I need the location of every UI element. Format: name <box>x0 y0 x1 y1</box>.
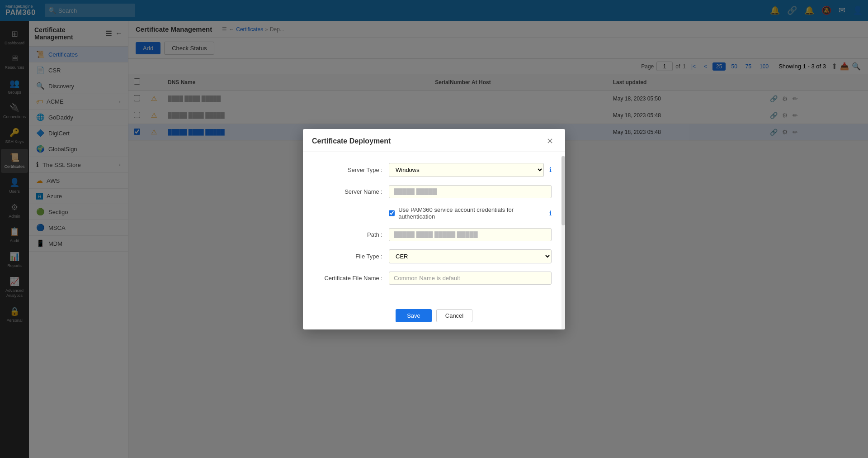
cert-file-name-input[interactable] <box>389 272 552 285</box>
cert-file-name-row: Certificate File Name : <box>316 272 552 285</box>
modal-title: Certificate Deployment <box>312 137 391 145</box>
server-type-row: Server Type : Windows Linux Apache Tomca… <box>316 163 552 177</box>
server-type-label: Server Type : <box>316 167 389 173</box>
auth-checkbox-row: Use PAM360 service account credentials f… <box>316 206 552 220</box>
auth-checkbox-label: Use PAM360 service account credentials f… <box>398 206 543 220</box>
file-type-select[interactable]: CER PEM PFX DER P7B <box>389 249 552 263</box>
modal-header: Certificate Deployment ✕ <box>303 129 565 152</box>
modal-save-button[interactable]: Save <box>396 309 432 322</box>
path-row: Path : <box>316 228 552 241</box>
path-input[interactable] <box>389 228 552 241</box>
cert-file-name-label: Certificate File Name : <box>316 275 389 281</box>
modal-footer: Save Cancel <box>303 302 565 329</box>
modal-overlay: Certificate Deployment ✕ Server Type : W… <box>0 0 868 458</box>
server-type-select[interactable]: Windows Linux Apache Tomcat IIS Nginx <box>389 163 544 177</box>
certificate-deployment-modal: Certificate Deployment ✕ Server Type : W… <box>303 129 565 329</box>
modal-scrollbar <box>561 156 565 329</box>
server-name-label: Server Name : <box>316 188 389 195</box>
server-name-row: Server Name : <box>316 185 552 198</box>
server-type-help-icon[interactable]: ℹ <box>549 166 552 173</box>
modal-cancel-button[interactable]: Cancel <box>436 309 472 322</box>
modal-body: Server Type : Windows Linux Apache Tomca… <box>303 152 565 302</box>
auth-checkbox[interactable] <box>389 210 395 216</box>
file-type-row: File Type : CER PEM PFX DER P7B <box>316 249 552 263</box>
auth-help-icon[interactable]: ℹ <box>549 210 552 217</box>
server-name-input[interactable] <box>389 185 552 198</box>
path-label: Path : <box>316 231 389 238</box>
modal-close-button[interactable]: ✕ <box>544 136 556 146</box>
server-type-input-group: Windows Linux Apache Tomcat IIS Nginx ℹ <box>389 163 552 177</box>
file-type-label: File Type : <box>316 253 389 260</box>
modal-scrollbar-thumb <box>561 156 565 225</box>
